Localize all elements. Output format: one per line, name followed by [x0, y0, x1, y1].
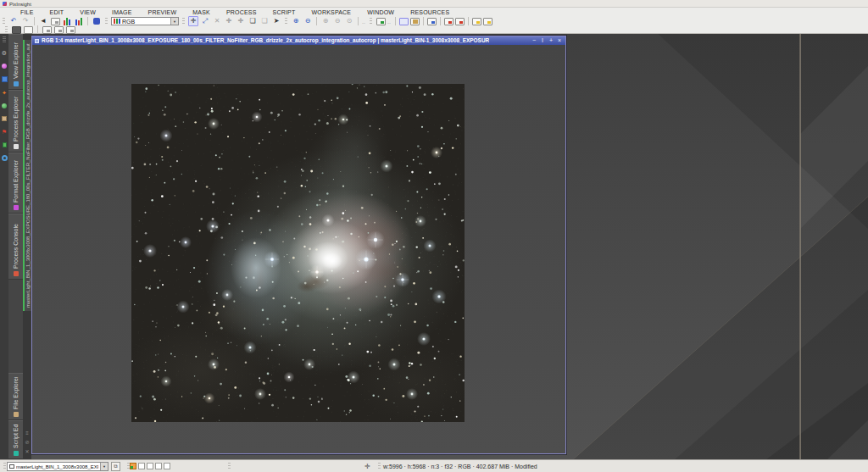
- menu-item-preview[interactable]: PREVIEW: [143, 9, 182, 16]
- center-view-button[interactable]: ✚: [236, 16, 246, 26]
- dock-tab-view-explorer[interactable]: View Explorer: [8, 34, 23, 90]
- channel-selector-combo[interactable]: RGB ▼: [111, 17, 179, 25]
- menu-item-view[interactable]: VIEW: [75, 9, 101, 16]
- workspace-swatch-4[interactable]: [164, 463, 170, 469]
- menu-item-file[interactable]: FILE: [15, 9, 39, 16]
- menu-item-mask[interactable]: MASK: [187, 9, 215, 16]
- workspace-swatch-0[interactable]: [130, 463, 136, 469]
- green-ball-icon[interactable]: [2, 103, 7, 108]
- window-yellow-alt-button[interactable]: [483, 18, 492, 25]
- blue-target-icon[interactable]: [2, 155, 8, 161]
- image-window-titlebar[interactable]: RGB 1:4 masterLight_BIN_1_3008x3008_EXPO…: [32, 36, 565, 45]
- menu-item-workspace[interactable]: WORKSPACE: [306, 9, 356, 16]
- redo-icon[interactable]: ↷: [20, 16, 31, 26]
- menu-item-script[interactable]: SCRIPT: [268, 9, 301, 16]
- toolbar-grip[interactable]: [370, 18, 372, 25]
- orion-nebula-image[interactable]: [131, 84, 465, 422]
- view-selector-combo[interactable]: masterLight_BIN_1_3008x3008_EXPOS ▼: [7, 462, 108, 471]
- image-window[interactable]: RGB 1:4 masterLight_BIN_1_3008x3008_EXPO…: [31, 36, 566, 454]
- histogram-alt-icon[interactable]: [74, 16, 84, 26]
- duplicate-window-button[interactable]: [410, 18, 420, 25]
- dock-tab-file-explorer[interactable]: File Explorer: [8, 373, 23, 420]
- pan-mode-button[interactable]: ✚: [224, 16, 234, 26]
- arrange-icons-button[interactable]: [66, 26, 75, 34]
- green-file-icon[interactable]: [3, 142, 7, 147]
- magenta-ball-icon[interactable]: [2, 64, 7, 69]
- toolbar-grip[interactable]: [285, 18, 287, 25]
- image-window-tab[interactable]: masterLight_BIN_1_3008x3008_EXPOSURE_180…: [23, 40, 31, 311]
- histogram-icon[interactable]: [62, 16, 72, 26]
- rgb-bars-icon: [114, 19, 120, 24]
- mask-icon[interactable]: [92, 16, 102, 26]
- window-yellow-button[interactable]: [472, 18, 481, 25]
- statusbar-grip[interactable]: [228, 463, 231, 470]
- tab-close-icon[interactable]: ✕: [25, 448, 29, 454]
- workspace-swatch-3[interactable]: [155, 463, 162, 469]
- process-explorer-icon: [14, 144, 19, 149]
- toolbar-grip[interactable]: [105, 18, 108, 25]
- window-red-button[interactable]: [444, 18, 453, 25]
- workspace-swatch-2[interactable]: [147, 463, 153, 469]
- new-image-window-button[interactable]: [399, 18, 409, 25]
- edit-preview-button[interactable]: ❏: [259, 16, 270, 26]
- zoom-in-alt-button[interactable]: ⊕: [320, 16, 331, 26]
- undo-icon[interactable]: ↶: [8, 16, 19, 26]
- image-viewport[interactable]: [32, 45, 565, 453]
- zoom-1-1-button[interactable]: ⊙: [344, 16, 354, 26]
- os-titlebar[interactable]: PixInsight: [0, 0, 868, 8]
- workspace[interactable]: RGB 1:4 masterLight_BIN_1_3008x3008_EXPO…: [31, 34, 868, 459]
- red-flag-icon[interactable]: [2, 129, 8, 135]
- tab-shade-icon[interactable]: ⊘: [25, 439, 29, 445]
- blue-square-icon[interactable]: [2, 76, 8, 82]
- zoom-out-button[interactable]: ⊖: [303, 16, 313, 26]
- statusbar-grip[interactable]: [3, 463, 6, 470]
- tile-windows-button[interactable]: [42, 26, 52, 34]
- zoom-to-optimal-button[interactable]: ✕: [212, 16, 222, 26]
- toolbar-grip[interactable]: [182, 18, 185, 25]
- tab-menu-icon[interactable]: ≡: [25, 430, 29, 436]
- statusbar-grip[interactable]: [378, 463, 381, 470]
- dropdown-arrow-icon[interactable]: ▼: [100, 463, 108, 470]
- dock-tab-process-console[interactable]: Process Console: [8, 214, 23, 280]
- readout-mode-button[interactable]: ✛: [188, 16, 198, 26]
- select-mode-button[interactable]: ➤: [271, 16, 281, 26]
- dock-tab-process-explorer[interactable]: Process Explorer: [8, 90, 23, 153]
- workspace-window-alt-button[interactable]: [24, 26, 33, 34]
- dock-grip[interactable]: [3, 36, 6, 42]
- stf-toggle-icon[interactable]: [376, 16, 386, 26]
- window-red-alt-button[interactable]: [455, 18, 465, 25]
- zoom-in-button[interactable]: ⊕: [291, 16, 301, 26]
- close-button[interactable]: ×: [556, 37, 563, 44]
- toolbar-overflow-indicator[interactable]: ‥: [387, 19, 392, 25]
- toolbar-overflow-indicator[interactable]: ‥: [362, 19, 366, 25]
- orange-burst-icon[interactable]: [2, 90, 8, 96]
- cascade-windows-button[interactable]: [54, 26, 64, 34]
- toolbar-grip[interactable]: [3, 18, 5, 25]
- stf-arrow-icon[interactable]: ◄: [38, 16, 48, 26]
- workspace-window-button[interactable]: [12, 26, 21, 34]
- iconize-button[interactable]: −: [531, 37, 537, 44]
- shade-button[interactable]: I: [539, 37, 546, 44]
- menu-item-process[interactable]: PROCESS: [221, 9, 262, 16]
- toolbar-grip[interactable]: [5, 26, 8, 34]
- tan-cube-icon[interactable]: [2, 116, 7, 121]
- gear-icon[interactable]: [2, 50, 8, 56]
- image-info-readout: w:5996 · h:5968 · n:3 · f32 · RGB · 402.…: [383, 464, 537, 470]
- window-blue-button[interactable]: [427, 18, 437, 25]
- menu-item-window[interactable]: WINDOW: [362, 9, 399, 16]
- dropdown-arrow-icon[interactable]: ▼: [170, 18, 178, 25]
- dock-tab-script-editor[interactable]: Script Editor: [8, 420, 23, 459]
- workspace-swatch-1[interactable]: [138, 463, 145, 469]
- menu-item-edit[interactable]: EDIT: [45, 9, 70, 16]
- zoom-to-fit-button[interactable]: ⤢: [200, 16, 210, 26]
- zoom-out-alt-button[interactable]: ⊖: [332, 16, 342, 26]
- menu-item-resources[interactable]: RESOURCES: [405, 9, 454, 16]
- paste-view-button[interactable]: ⧉: [111, 462, 120, 471]
- maximize-button[interactable]: +: [548, 37, 554, 44]
- view-selector-icon[interactable]: [35, 39, 39, 43]
- dock-tab-format-explorer[interactable]: Format Explorer: [8, 153, 23, 214]
- new-preview-button[interactable]: ❏: [248, 16, 258, 26]
- menu-item-image[interactable]: IMAGE: [107, 9, 137, 16]
- toolbar-secondary: [0, 26, 868, 34]
- screen-transfer-icon[interactable]: [50, 16, 60, 26]
